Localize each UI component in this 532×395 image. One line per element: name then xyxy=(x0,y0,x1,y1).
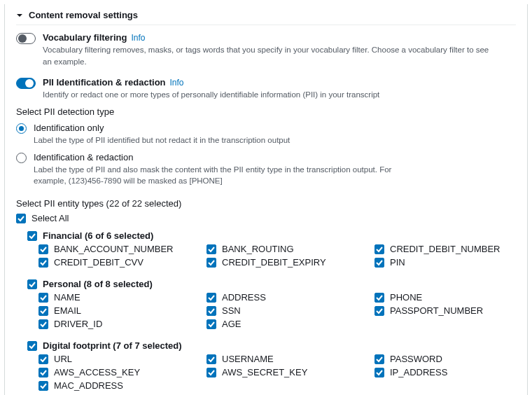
group-personal-label: Personal (8 of 8 selected) xyxy=(43,279,153,289)
pii-detection-type-heading: Select PII detection type xyxy=(16,101,516,120)
group-personal-items: NAME ADDRESS PHONE EMAIL SSN PASSPORT_NU… xyxy=(16,291,516,331)
group-digital-label: Digital footprint (7 of 7 selected) xyxy=(43,340,182,351)
radio-identification-redaction[interactable] xyxy=(16,153,27,163)
checkbox-email[interactable] xyxy=(38,306,48,316)
entity-label: PHONE xyxy=(390,292,422,303)
checkbox-url[interactable] xyxy=(38,354,48,364)
section-content-removal-header[interactable]: Content removal settings xyxy=(16,4,516,25)
entity-label: DRIVER_ID xyxy=(54,319,102,329)
checkbox-name[interactable] xyxy=(38,293,48,303)
entity-label: BANK_ROUTING xyxy=(222,244,294,254)
checkbox-passport-number[interactable] xyxy=(374,306,384,316)
checkbox-credit-debit-number[interactable] xyxy=(374,244,384,254)
entity-label: EMAIL xyxy=(54,305,81,316)
checkbox-select-all[interactable] xyxy=(16,214,26,223)
radio-identification-only[interactable] xyxy=(16,123,27,134)
group-financial-items: BANK_ACCOUNT_NUMBER BANK_ROUTING CREDIT_… xyxy=(16,242,516,269)
checkbox-address[interactable] xyxy=(206,293,216,303)
entity-label: IP_ADDRESS xyxy=(390,367,447,377)
checkbox-pin[interactable] xyxy=(374,258,384,268)
group-digital-items: URL USERNAME PASSWORD AWS_ACCESS_KEY AWS… xyxy=(16,352,516,392)
radio-identification-redaction-desc: Label the type of PII and also mask the … xyxy=(34,162,412,187)
checkbox-ssn[interactable] xyxy=(206,306,216,316)
checkbox-credit-debit-cvv[interactable] xyxy=(38,258,48,268)
radio-identification-redaction-label: Identification & redaction xyxy=(34,152,412,162)
entity-label: CREDIT_DEBIT_CVV xyxy=(54,257,144,268)
entity-label: AGE xyxy=(222,319,241,329)
checkbox-age[interactable] xyxy=(206,319,216,329)
vocabulary-filtering-info-link[interactable]: Info xyxy=(131,33,145,43)
entity-label: URL xyxy=(54,354,72,364)
caret-down-icon xyxy=(16,12,23,19)
entity-label: USERNAME xyxy=(222,354,274,364)
checkbox-username[interactable] xyxy=(206,354,216,364)
entity-label: PASSWORD xyxy=(390,354,442,364)
checkbox-ip-address[interactable] xyxy=(374,368,384,377)
radio-identification-only-desc: Label the type of PII identified but not… xyxy=(34,133,290,146)
checkbox-group-digital[interactable] xyxy=(27,341,37,351)
vocabulary-filtering-toggle[interactable] xyxy=(16,33,36,44)
entity-label: NAME xyxy=(54,292,80,303)
pii-entity-types-heading: Select PII entity types (22 of 22 select… xyxy=(16,187,516,212)
checkbox-phone[interactable] xyxy=(374,293,384,303)
entity-label: MAC_ADDRESS xyxy=(54,380,123,391)
checkbox-bank-account-number[interactable] xyxy=(38,244,48,254)
checkbox-mac-address[interactable] xyxy=(38,381,48,391)
entity-label: PIN xyxy=(390,257,405,268)
entity-label: CREDIT_DEBIT_NUMBER xyxy=(390,244,500,254)
entity-label: SSN xyxy=(222,305,241,316)
pii-redaction-info-link[interactable]: Info xyxy=(170,78,184,88)
pii-redaction-toggle[interactable] xyxy=(16,78,36,89)
vocabulary-filtering-label: Vocabulary filtering xyxy=(43,32,127,43)
checkbox-aws-secret-key[interactable] xyxy=(206,368,216,377)
entity-label: AWS_SECRET_KEY xyxy=(222,367,307,377)
checkbox-select-all-label: Select All xyxy=(31,213,69,223)
entity-label: AWS_ACCESS_KEY xyxy=(54,367,140,377)
entity-label: PASSPORT_NUMBER xyxy=(390,305,483,316)
checkbox-driver-id[interactable] xyxy=(38,319,48,329)
checkbox-bank-routing[interactable] xyxy=(206,244,216,254)
checkbox-group-financial[interactable] xyxy=(27,231,37,241)
entity-label: ADDRESS xyxy=(222,292,266,303)
pii-redaction-desc: Identify or redact one or more types of … xyxy=(43,88,379,101)
group-financial-label: Financial (6 of 6 selected) xyxy=(43,230,153,241)
radio-identification-only-label: Identification only xyxy=(34,123,290,133)
checkbox-group-personal[interactable] xyxy=(27,279,37,289)
checkbox-aws-access-key[interactable] xyxy=(38,368,48,377)
entity-label: BANK_ACCOUNT_NUMBER xyxy=(54,244,173,254)
entity-label: CREDIT_DEBIT_EXPIRY xyxy=(222,257,326,268)
vocabulary-filtering-desc: Vocabulary filtering removes, masks, or … xyxy=(43,43,491,67)
section-content-removal-title: Content removal settings xyxy=(29,10,138,20)
checkbox-credit-debit-expiry[interactable] xyxy=(206,258,216,268)
checkbox-password[interactable] xyxy=(374,354,384,364)
pii-redaction-label: PII Identification & redaction xyxy=(43,77,166,88)
